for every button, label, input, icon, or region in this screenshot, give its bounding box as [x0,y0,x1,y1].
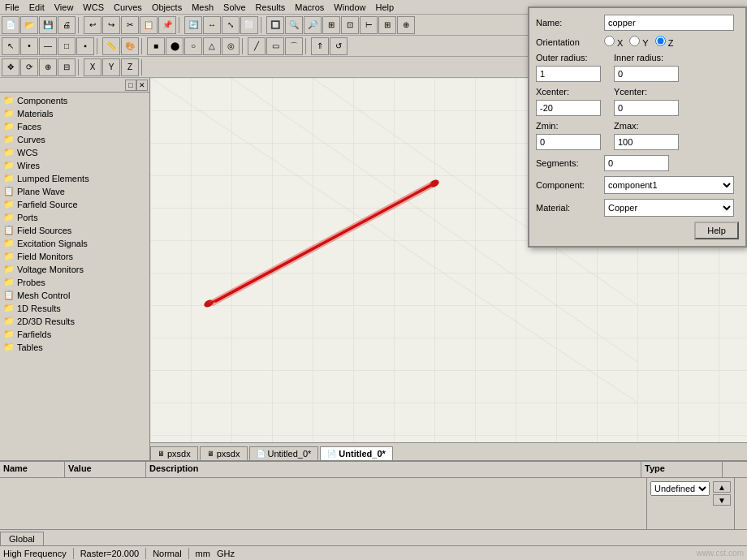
help-button[interactable]: Help [694,222,739,239]
tree-item-farfield-source[interactable]: 📁Farfield Source [2,198,148,211]
radio-z-label[interactable]: Z [655,36,674,48]
zmax-input[interactable] [614,134,679,150]
radio-y-label[interactable]: Y [629,36,648,48]
zmin-input[interactable] [536,134,601,150]
brick-button[interactable]: ■ [147,37,165,55]
zoom-area-button[interactable]: ⊕ [39,58,57,76]
tree-item-voltage-monitors[interactable]: 📁Voltage Monitors [2,263,148,276]
cylinder-button[interactable]: ⬤ [166,37,184,55]
rect-button[interactable]: ▭ [266,37,284,55]
viewport-tab-2[interactable]: 📄Untitled_0* [249,446,319,460]
ortho-button[interactable]: ⊡ [341,16,359,34]
viewport-tab-1[interactable]: 🖥pxsdx [200,446,248,460]
ycenter-input[interactable] [614,100,679,116]
zoom-window-button[interactable]: ⊟ [58,58,76,76]
port-button[interactable]: ⊢ [360,16,378,34]
tree-item-mesh-control[interactable]: 📋Mesh Control [2,289,148,302]
type-select[interactable]: Undefined [650,481,710,496]
select-button[interactable]: ↖ [2,37,19,55]
global-tab[interactable]: Global [0,532,44,545]
pan-button[interactable]: ✥ [2,58,19,76]
component-select[interactable]: component1 [604,176,734,194]
revolve-button[interactable]: ↺ [330,37,348,55]
radio-x[interactable] [604,36,615,46]
name-input[interactable] [604,15,734,31]
scroll-down-btn[interactable]: ▼ [713,494,731,506]
tree-item-materials[interactable]: 📁Materials [2,107,148,120]
tree-item-1d-results[interactable]: 📁1D Results [2,302,148,315]
menu-mesh[interactable]: Mesh [187,2,218,12]
open-button[interactable]: 📂 [20,16,38,34]
scale-button[interactable]: ⤡ [222,16,240,34]
radio-z[interactable] [655,36,666,46]
material-select[interactable]: Copper [604,199,734,217]
arc-button[interactable]: ⌒ [285,37,303,55]
tree-item-wires[interactable]: 📁Wires [2,159,148,172]
mirror-button[interactable]: ⬜ [240,16,258,34]
menu-objects[interactable]: Objects [147,2,187,12]
tree-item-farfields[interactable]: 📁Farfields [2,328,148,341]
rotate-button[interactable]: 🔄 [184,16,202,34]
radio-y[interactable] [629,36,640,46]
line-button[interactable]: ╱ [248,37,266,55]
zoom-out-button[interactable]: 🔎 [304,16,322,34]
segments-input[interactable] [604,155,669,171]
inner-radius-input[interactable] [614,66,679,82]
face-button[interactable]: □ [58,37,76,55]
solid-button[interactable]: ▪ [76,37,94,55]
edge-button[interactable]: — [39,37,57,55]
print-button[interactable]: 🖨 [58,16,76,34]
menu-wcs[interactable]: WCS [78,2,109,12]
copy-button[interactable]: 📋 [140,16,158,34]
scroll-vertical[interactable] [734,478,747,529]
tree-item-components[interactable]: 📁Components [2,94,148,107]
menu-file[interactable]: File [0,2,24,12]
measure-button[interactable]: 📏 [102,37,120,55]
viewport-tab-3[interactable]: 📄Untitled_0* [320,446,392,460]
radio-x-label[interactable]: X [604,36,623,48]
tree-item-tables[interactable]: 📁Tables [2,341,148,354]
new-button[interactable]: 📄 [2,16,19,34]
tree-item-lumped-elements[interactable]: 📁Lumped Elements [2,172,148,185]
grid-button[interactable]: ⊞ [378,16,396,34]
view-x-button[interactable]: X [84,58,101,76]
tree-item-probes[interactable]: 📁Probes [2,276,148,289]
tree-item-curves[interactable]: 📁Curves [2,133,148,146]
restore-button[interactable]: □ [125,80,136,91]
extrude-button[interactable]: ⇑ [311,37,329,55]
menu-curves[interactable]: Curves [109,2,147,12]
menu-macros[interactable]: Macros [290,2,329,12]
tree-item-2d/3d-results[interactable]: 📁2D/3D Results [2,315,148,328]
sphere-button[interactable]: ○ [184,37,202,55]
close-panel-button[interactable]: ✕ [136,80,148,91]
outer-radius-input[interactable] [536,66,601,82]
coord-button[interactable]: ⊕ [397,16,415,34]
redo-button[interactable]: ↪ [102,16,120,34]
view-y-button[interactable]: Y [102,58,120,76]
menu-view[interactable]: View [50,2,79,12]
rotate3d-button[interactable]: ⟳ [20,58,38,76]
viewport-tab-0[interactable]: 🖥pxsdx [150,446,198,460]
cone-button[interactable]: △ [203,37,221,55]
menu-help[interactable]: Help [370,2,399,12]
tree-item-field-monitors[interactable]: 📁Field Monitors [2,250,148,263]
tree-item-excitation-signals[interactable]: 📁Excitation Signals [2,237,148,250]
material-button[interactable]: 🎨 [121,37,139,55]
tree-item-ports[interactable]: 📁Ports [2,211,148,224]
menu-window[interactable]: Window [329,2,370,12]
tree-item-faces[interactable]: 📁Faces [2,120,148,133]
xcenter-input[interactable] [536,100,601,116]
undo-button[interactable]: ↩ [84,16,101,34]
zoom-in-button[interactable]: 🔍 [285,16,303,34]
tree-item-plane-wave[interactable]: 📋Plane Wave [2,185,148,198]
paste-button[interactable]: 📌 [158,16,176,34]
save-button[interactable]: 💾 [39,16,57,34]
tree-item-field-sources[interactable]: 📋Field Sources [2,224,148,237]
tree-item-wcs[interactable]: 📁WCS [2,146,148,159]
menu-solve[interactable]: Solve [218,2,251,12]
translate-button[interactable]: ↔ [203,16,221,34]
menu-results[interactable]: Results [251,2,291,12]
cut-button[interactable]: ✂ [121,16,139,34]
scroll-up-btn[interactable]: ▲ [713,481,731,493]
fit-button[interactable]: ⊞ [322,16,340,34]
